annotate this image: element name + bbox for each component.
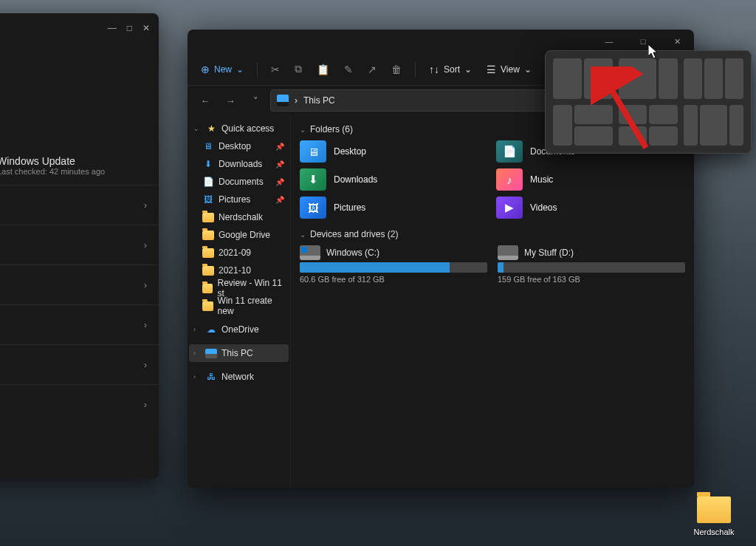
- forward-button[interactable]: →: [220, 90, 241, 111]
- update-subtitle: Last checked: 42 minutes ago: [0, 167, 105, 176]
- drive-c[interactable]: Windows (C:) 60.6 GB free of 312 GB: [300, 245, 487, 284]
- picture-icon: 🖼: [300, 197, 326, 219]
- pin-icon: 📌: [275, 196, 284, 204]
- usage-bar: [498, 262, 685, 273]
- address-sep: ›: [295, 95, 298, 106]
- folder-icon: [697, 496, 731, 523]
- chevron-down-icon: ⌄: [300, 126, 306, 134]
- snap-layouts-popup: [545, 50, 752, 154]
- desktop-icon: 🖥: [202, 140, 214, 152]
- network-icon: 🖧: [205, 371, 217, 383]
- settings-item[interactable]: ›: [0, 225, 159, 265]
- sort-icon: ↑↓: [429, 64, 439, 75]
- sidebar-item-quick-access[interactable]: ⌄★Quick access: [189, 120, 289, 137]
- pc-icon: [205, 349, 217, 358]
- chevron-down-icon: ⌄: [524, 64, 532, 75]
- share-button[interactable]: ↗: [362, 61, 382, 78]
- settings-window: — □ ✕ ⟳ Windows Update Last checked: 42 …: [0, 13, 159, 479]
- document-icon: 📄: [202, 176, 214, 188]
- chevron-right-icon: ›: [193, 373, 201, 381]
- rename-button[interactable]: ✎: [338, 61, 359, 78]
- download-icon: ⬇: [202, 158, 214, 170]
- sidebar-item-this-pc[interactable]: ›This PC: [189, 344, 289, 362]
- desktop-icon-nerdchalk[interactable]: Nerdschalk: [688, 496, 740, 537]
- snap-layout-left-split[interactable]: [553, 105, 613, 146]
- sidebar-item-gdrive[interactable]: Google Drive: [189, 226, 289, 244]
- folder-downloads[interactable]: ⬇Downloads: [300, 168, 489, 191]
- folder-videos[interactable]: ▶Videos: [496, 197, 685, 219]
- download-icon: ⬇: [300, 168, 326, 191]
- pc-icon: [277, 95, 289, 106]
- desktop-icon-label: Nerdschalk: [693, 528, 734, 536]
- pin-icon: 📌: [275, 160, 284, 168]
- settings-item[interactable]: ›: [0, 304, 159, 344]
- chevron-right-icon: ›: [193, 326, 201, 333]
- sidebar-item-create[interactable]: Win 11 create new: [189, 297, 289, 315]
- chevron-right-icon: ›: [144, 280, 147, 290]
- folder-icon: [202, 213, 214, 222]
- view-button[interactable]: ☰View⌄: [481, 61, 537, 78]
- folder-desktop[interactable]: 🖥Desktop: [300, 140, 489, 163]
- sidebar-item-review[interactable]: Review - Win 11 st: [189, 279, 289, 297]
- settings-item[interactable]: file›: [0, 185, 159, 225]
- chevron-right-icon: ›: [144, 200, 147, 211]
- snap-layout-thirds[interactable]: [684, 58, 743, 99]
- chevron-right-icon: ›: [144, 400, 147, 410]
- snap-layout-twothird[interactable]: [619, 58, 678, 99]
- delete-button[interactable]: 🗑: [385, 61, 408, 78]
- sidebar-item-onedrive[interactable]: ›☁OneDrive: [189, 321, 289, 338]
- folder-music[interactable]: ♪Music: [496, 168, 685, 191]
- chevron-down-icon: ⌄: [193, 125, 201, 132]
- settings-item[interactable]: ›: [0, 344, 159, 384]
- windows-update-row[interactable]: ⟳ Windows Update Last checked: 42 minute…: [0, 146, 159, 185]
- pin-icon: 📌: [275, 143, 284, 151]
- sidebar-item-documents[interactable]: 📄Documents📌: [189, 173, 289, 191]
- sort-button[interactable]: ↑↓Sort⌄: [423, 61, 478, 78]
- copy-icon: ⧉: [295, 63, 302, 75]
- settings-item[interactable]: ›: [0, 384, 159, 424]
- drives-header[interactable]: ⌄Devices and drives (2): [300, 229, 685, 239]
- cut-button[interactable]: ✂: [265, 61, 286, 78]
- paste-icon: 📋: [317, 64, 329, 75]
- up-button[interactable]: ˅: [245, 90, 266, 111]
- drive-icon: [498, 245, 518, 260]
- back-button[interactable]: ←: [195, 90, 216, 111]
- folder-icon: [202, 301, 213, 311]
- new-button[interactable]: ⊕New⌄: [195, 61, 250, 78]
- pin-icon: 📌: [275, 178, 284, 186]
- sidebar-item-downloads[interactable]: ⬇Downloads📌: [189, 155, 289, 173]
- snap-layout-half[interactable]: [553, 58, 613, 99]
- folder-icon: [202, 231, 214, 240]
- sidebar-item-network[interactable]: ›🖧Network: [189, 368, 289, 386]
- close-button[interactable]: ✕: [142, 23, 150, 33]
- snap-layout-quad[interactable]: [619, 105, 678, 146]
- sidebar-item-2021-10[interactable]: 2021-10: [189, 262, 289, 279]
- cut-icon: ✂: [271, 64, 280, 75]
- sidebar-item-nerdchalk[interactable]: Nerdschalk: [189, 208, 289, 226]
- folder-icon: [202, 266, 214, 276]
- settings-item[interactable]: ›: [0, 265, 159, 304]
- snap-layout-center-wide[interactable]: [684, 105, 743, 146]
- drive-d[interactable]: My Stuff (D:) 159 GB free of 163 GB: [498, 245, 685, 284]
- drive-free-text: 60.6 GB free of 312 GB: [300, 275, 487, 284]
- minimize-button[interactable]: —: [108, 23, 117, 33]
- chevron-down-icon: ⌄: [300, 231, 306, 239]
- update-title: Windows Update: [0, 155, 105, 167]
- paste-button[interactable]: 📋: [311, 61, 335, 78]
- sidebar-item-pictures[interactable]: 🖼Pictures📌: [189, 191, 289, 208]
- star-icon: ★: [205, 123, 217, 134]
- share-icon: ↗: [368, 64, 377, 75]
- drive-free-text: 159 GB free of 163 GB: [498, 275, 685, 284]
- chevron-down-icon: ⌄: [236, 64, 244, 75]
- copy-button[interactable]: ⧉: [289, 60, 308, 78]
- chevron-right-icon: ›: [144, 360, 147, 370]
- document-icon: 📄: [496, 140, 523, 163]
- picture-icon: 🖼: [202, 194, 214, 205]
- sidebar: ⌄★Quick access 🖥Desktop📌 ⬇Downloads📌 📄Do…: [188, 115, 291, 488]
- desktop-icon: 🖥: [300, 140, 326, 163]
- maximize-button[interactable]: □: [127, 23, 132, 33]
- sidebar-item-desktop[interactable]: 🖥Desktop📌: [189, 137, 289, 155]
- sidebar-item-2021-09[interactable]: 2021-09: [189, 244, 289, 262]
- folder-pictures[interactable]: 🖼Pictures: [300, 197, 489, 219]
- chevron-right-icon: ›: [144, 320, 147, 330]
